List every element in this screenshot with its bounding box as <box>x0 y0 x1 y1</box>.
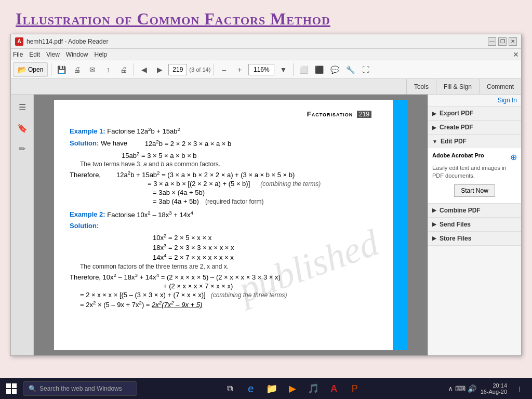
restore-button[interactable]: ❐ <box>498 37 507 46</box>
taskbar-explorer-icon[interactable]: 📁 <box>263 380 280 397</box>
toolbar-fit-width-icon[interactable]: ⬛ <box>312 63 326 76</box>
taskbar-volume-icon[interactable]: 🔊 <box>468 384 476 393</box>
taskbar-arrow-icon[interactable]: ∧ <box>448 384 453 393</box>
taskbar-show-desktop-icon[interactable]: | <box>511 380 528 397</box>
sidebar-bookmark-icon[interactable]: 🔖 <box>14 119 31 136</box>
combine-pdf-label: Combine PDF <box>440 207 481 214</box>
close-button[interactable]: ✕ <box>509 37 517 46</box>
sol2-therefore-line: Therefore, 10x2 – 18x3 + 14x4 = (2 × x ×… <box>70 272 392 281</box>
taskbar-powerpoint-icon[interactable]: P <box>347 380 363 397</box>
edit-pdf-body: Adobe Acrobat Pro ⊕ Easily edit text and… <box>428 148 521 203</box>
menu-close-icon[interactable]: ✕ <box>513 50 519 59</box>
taskbar-keyboard-icon[interactable]: ⌨ <box>455 384 466 393</box>
zoom-out-icon[interactable]: – <box>217 63 231 76</box>
taskbar-clock[interactable]: 20:14 16-Aug-20 <box>481 382 507 395</box>
acrobat-pro-title: Adobe Acrobat Pro <box>432 152 484 158</box>
taskbar-search-box[interactable]: 🔍 Search the web and Windows <box>23 381 137 396</box>
taskbar: 🔍 Search the web and Windows ⧉ e 📁 ▶ 🎵 A… <box>0 378 532 399</box>
tab-tools[interactable]: Tools <box>406 79 436 94</box>
taskbar-vlc-icon[interactable]: ▶ <box>284 380 301 397</box>
sign-in-link[interactable]: Sign In <box>428 95 521 107</box>
sol1-therefore: Therefore, <box>70 171 101 179</box>
toolbar-email-icon[interactable]: ✉ <box>86 63 99 76</box>
toolbar-print-icon[interactable]: 🖨 <box>70 63 84 76</box>
minimize-button[interactable]: — <box>488 37 496 46</box>
create-pdf-header[interactable]: ▶ Create PDF <box>428 121 521 134</box>
export-pdf-arrow: ▶ <box>432 111 436 116</box>
taskbar-center-icons: ⧉ e 📁 ▶ 🎵 A P <box>139 380 446 397</box>
right-panel: Sign In ▶ Export PDF ▶ Create PDF <box>428 95 521 355</box>
toolbar-fit-page-icon[interactable]: ⬜ <box>297 63 310 76</box>
toolbar-print2-icon[interactable]: 🖨 <box>117 63 130 76</box>
example2-text: Factorise 10x2 – 18x3 + 14x4 <box>107 211 193 219</box>
factorisation-label: Factorisation <box>307 110 353 118</box>
sol1-eq3: 12a2b + 15ab2 = (3 × a × b × 2 × 2 × a) … <box>116 170 295 179</box>
taskbar-edge-icon[interactable]: e <box>243 380 259 397</box>
toolbar-separator-3 <box>214 63 214 76</box>
taskbar-date-value: 16-Aug-20 <box>481 389 507 395</box>
toolbar-share-icon[interactable]: ↑ <box>101 63 115 76</box>
adobe-reader-window: A hemh114.pdf - Adobe Reader — ❐ ✕ File … <box>10 34 522 356</box>
export-pdf-label: Export PDF <box>440 110 473 117</box>
example1-label: Example 1: <box>70 127 105 135</box>
tab-fill-sign[interactable]: Fill & Sign <box>436 79 479 94</box>
toolbar-fullscreen-icon[interactable]: ⛶ <box>359 63 373 76</box>
start-button[interactable] <box>2 379 21 398</box>
start-now-button[interactable]: Start Now <box>454 184 495 197</box>
edit-pdf-arrow: ▼ <box>432 139 437 144</box>
sidebar-edit-icon[interactable]: ✏ <box>14 140 31 157</box>
sidebar-pages-icon[interactable]: ☰ <box>14 99 31 115</box>
pdf-page-header: Factorisation 219 <box>70 110 392 118</box>
taskbar-task-view-icon[interactable]: ⧉ <box>222 380 238 397</box>
taskbar-time-value: 20:14 <box>481 382 507 389</box>
example1-text: Factorise 12a2b + 15ab2 <box>107 127 180 135</box>
send-files-header[interactable]: ▶ Send Files <box>428 218 521 231</box>
sol2-eq2: 18x3 = 2 × 3 × 3 × x × x × x <box>153 243 392 251</box>
menu-window[interactable]: Window <box>66 51 88 58</box>
sol2-note: The common factors of the three terms ar… <box>80 263 392 270</box>
sol1-eq5: = 3ab × (4a + 5b) <box>153 189 392 196</box>
title-bar: A hemh114.pdf - Adobe Reader — ❐ ✕ <box>11 34 521 49</box>
menu-file[interactable]: File <box>13 51 23 58</box>
tab-comment[interactable]: Comment <box>479 79 521 94</box>
sol2-final-underline: 2x2(7x2 – 9x + 5) <box>152 301 202 309</box>
adobe-icon: A <box>15 37 23 46</box>
store-files-header[interactable]: ▶ Store Files <box>428 232 521 245</box>
page-title-area: Illustration of Common Factors Method <box>0 0 532 34</box>
example2-task: Example 2: Factorise 10x2 – 18x3 + 14x4 <box>70 209 392 218</box>
taskbar-adobe-taskbar-icon[interactable]: A <box>326 380 342 397</box>
export-pdf-header[interactable]: ▶ Export PDF <box>428 107 521 120</box>
export-pdf-section: ▶ Export PDF <box>428 107 521 121</box>
solution2-label-line: Solution: <box>70 222 392 230</box>
toolbar-tool-icon[interactable]: 🔧 <box>343 63 357 76</box>
menu-help[interactable]: Help <box>95 51 108 58</box>
toolbar-save-icon[interactable]: 💾 <box>55 63 68 76</box>
open-button[interactable]: 📂 Open <box>13 62 48 77</box>
sol2-eq3: 14x4 = 2 × 7 × x × x × x × x <box>153 252 392 261</box>
send-files-label: Send Files <box>440 221 471 228</box>
solution2-label: Solution: <box>70 222 99 230</box>
store-files-section: ▶ Store Files <box>428 232 521 246</box>
taskbar-winamp-icon[interactable]: 🎵 <box>305 380 322 397</box>
menu-edit[interactable]: Edit <box>29 51 40 58</box>
toolbar-next-icon[interactable]: ▶ <box>153 63 166 76</box>
menu-view[interactable]: View <box>46 51 60 58</box>
sol1-eq2: 15ab2 = 3 × 5 × a × b × b <box>122 151 392 159</box>
toolbar: 📂 Open 💾 🖨 ✉ ↑ 🖨 ◀ ▶ (3 of 14) – + ▼ ⬜ ⬛… <box>11 60 521 79</box>
toolbar-comment-icon[interactable]: 💬 <box>328 63 341 76</box>
edit-pdf-header[interactable]: ▼ Edit PDF <box>428 135 521 148</box>
send-files-arrow: ▶ <box>432 221 436 227</box>
solution1-intro-text: We have <box>101 140 127 148</box>
combine-pdf-arrow: ▶ <box>432 207 436 213</box>
edit-pdf-section: ▼ Edit PDF Adobe Acrobat Pro ⊕ Easily ed… <box>428 135 521 204</box>
zoom-in-icon[interactable]: + <box>233 63 246 76</box>
toolbar-separator-1 <box>51 63 51 76</box>
solution1-intro: Solution: We have 12a2b = 2 × 2 × 3 × a … <box>70 138 392 147</box>
page-number-input[interactable] <box>168 64 187 75</box>
sol1-eq1: 12a2b = 2 × 2 × 3 × a × a × b <box>145 140 232 148</box>
toolbar-prev-icon[interactable]: ◀ <box>137 63 151 76</box>
zoom-input[interactable] <box>248 64 274 75</box>
combine-pdf-header[interactable]: ▶ Combine PDF <box>428 204 521 217</box>
zoom-dropdown-icon[interactable]: ▼ <box>276 63 290 76</box>
page-title: Illustration of Common Factors Method <box>16 9 516 29</box>
